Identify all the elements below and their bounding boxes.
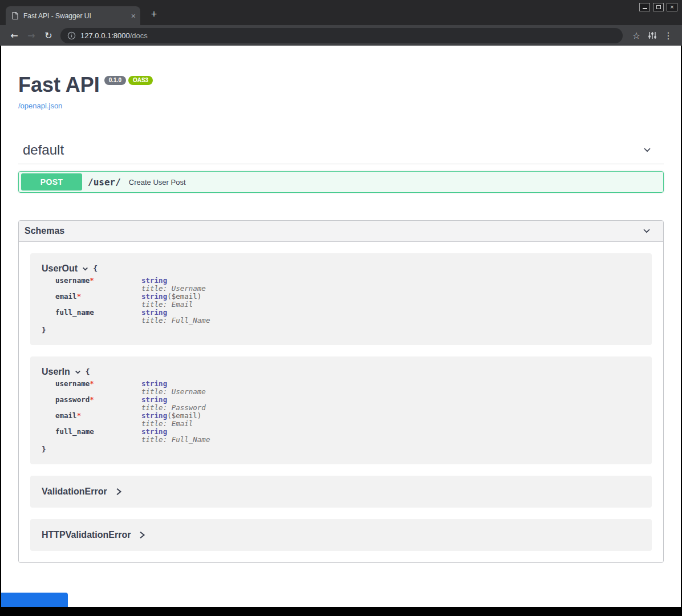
- model-userout-header[interactable]: UserOut {: [42, 264, 640, 274]
- tab-title: Fast API - Swagger UI: [23, 12, 128, 20]
- minimize-button[interactable]: [639, 3, 650, 11]
- property-row: full_name string title: Full_Name: [55, 428, 640, 444]
- method-badge: POST: [21, 173, 82, 191]
- property-type: string: [141, 411, 167, 420]
- model-httpvalidationerror[interactable]: HTTPValidationError: [30, 519, 652, 551]
- property-name: username: [55, 276, 90, 285]
- model-userin-header[interactable]: UserIn {: [42, 367, 640, 377]
- operation-path: /user/: [88, 177, 121, 188]
- titlebar: Fast API - Swagger UI × + ×: [0, 0, 682, 25]
- browser-window: Fast API - Swagger UI × + × ← → ↻ 127.0.…: [0, 0, 682, 607]
- url-host: 127.0.0.1:8000: [80, 31, 130, 40]
- close-icon: ×: [670, 4, 673, 10]
- post-user-operation[interactable]: POST /user/ Create User Post: [18, 171, 664, 193]
- swagger-page: Fast API 0.1.0 OAS3 /openapi.json defaul…: [1, 46, 681, 607]
- property-type: string: [141, 292, 167, 301]
- address-bar[interactable]: 127.0.0.1:8000/docs: [60, 28, 623, 43]
- property-name: full_name: [55, 427, 94, 436]
- property-title: title: Username: [141, 285, 206, 293]
- sliders-icon[interactable]: [644, 31, 660, 40]
- brace-close: }: [42, 326, 46, 334]
- version-badges: 0.1.0 OAS3: [104, 76, 153, 85]
- property-name: email: [55, 411, 77, 420]
- browser-tab[interactable]: Fast API - Swagger UI ×: [6, 6, 140, 25]
- property-row: full_name string title: Full_Name: [55, 309, 640, 325]
- site-info-icon[interactable]: [67, 31, 76, 40]
- chevron-right-icon[interactable]: [139, 531, 145, 539]
- close-button[interactable]: ×: [667, 3, 677, 11]
- required-star: *: [77, 292, 82, 301]
- model-validationerror[interactable]: ValidationError: [30, 476, 652, 508]
- brace-open: {: [93, 265, 98, 273]
- required-star: *: [90, 395, 94, 404]
- property-title: title: Email: [141, 420, 201, 428]
- schemas-section: Schemas UserOut {: [18, 220, 664, 563]
- chevron-right-icon[interactable]: [115, 488, 122, 496]
- property-type: string: [141, 308, 167, 317]
- status-bubble: [1, 593, 68, 607]
- model-name: HTTPValidationError: [42, 530, 131, 540]
- model-name: UserIn: [42, 367, 70, 377]
- property-title: title: Full_Name: [141, 317, 210, 325]
- operation-summary: Create User Post: [129, 178, 186, 187]
- property-format: ($email): [167, 411, 201, 420]
- property-type: string: [141, 276, 167, 285]
- chevron-down-icon[interactable]: [640, 225, 653, 237]
- bookmark-star-icon[interactable]: ☆: [628, 30, 644, 41]
- property-type: string: [141, 427, 167, 436]
- model-name: UserOut: [42, 264, 78, 274]
- maximize-icon: [656, 5, 661, 9]
- property-title: title: Email: [141, 301, 201, 309]
- required-star: *: [90, 379, 94, 388]
- maximize-button[interactable]: [653, 3, 664, 11]
- model-userin: UserIn { username* string tit: [30, 356, 652, 464]
- property-row: email* string($email) title: Email: [55, 293, 640, 309]
- new-tab-button[interactable]: +: [148, 9, 160, 19]
- window-controls: ×: [639, 3, 677, 11]
- schemas-body: UserOut { username* string ti: [19, 242, 663, 562]
- property-type: string: [141, 379, 167, 388]
- tag-section-default[interactable]: default: [18, 142, 664, 164]
- property-list: username* string title: Username passwor…: [55, 380, 640, 444]
- minimize-icon: [643, 8, 647, 9]
- property-row: password* string title: Password: [55, 396, 640, 412]
- property-name: password: [55, 395, 90, 404]
- property-name: full_name: [55, 308, 94, 317]
- property-type: string: [141, 395, 167, 404]
- chevron-down-icon[interactable]: [641, 144, 653, 156]
- schemas-header[interactable]: Schemas: [19, 221, 663, 242]
- schemas-title: Schemas: [25, 226, 64, 236]
- openapi-spec-link[interactable]: /openapi.json: [18, 102, 62, 110]
- back-button[interactable]: ←: [6, 30, 23, 41]
- property-row: username* string title: Username: [55, 380, 640, 396]
- page-title: Fast API: [18, 73, 100, 97]
- property-name: username: [55, 379, 90, 388]
- property-row: email* string($email) title: Email: [55, 412, 640, 428]
- property-row: username* string title: Username: [55, 277, 640, 293]
- property-format: ($email): [167, 292, 201, 301]
- oas-badge: OAS3: [128, 76, 153, 85]
- navigation-bar: ← → ↻ 127.0.0.1:8000/docs ☆ ⋮: [0, 25, 682, 46]
- url-path: /docs: [130, 31, 148, 40]
- menu-icon[interactable]: ⋮: [660, 30, 676, 41]
- required-star: *: [77, 411, 82, 420]
- property-title: title: Password: [141, 404, 206, 412]
- api-info: Fast API 0.1.0 OAS3: [18, 73, 664, 97]
- model-userout: UserOut { username* string ti: [30, 253, 652, 345]
- reload-button[interactable]: ↻: [40, 30, 57, 41]
- page-favicon-icon: [11, 11, 19, 20]
- chevron-down-icon[interactable]: [82, 265, 89, 273]
- property-list: username* string title: Username email* …: [55, 277, 640, 325]
- forward-button[interactable]: →: [23, 30, 40, 41]
- chevron-down-icon[interactable]: [74, 368, 82, 376]
- property-title: title: Username: [141, 388, 206, 396]
- tab-close-icon[interactable]: ×: [131, 12, 136, 20]
- required-star: *: [90, 276, 94, 285]
- brace-close: }: [42, 445, 46, 453]
- tag-title: default: [23, 142, 64, 158]
- brace-open: {: [86, 368, 90, 376]
- version-badge: 0.1.0: [104, 76, 126, 85]
- property-name: email: [55, 292, 77, 301]
- model-name: ValidationError: [42, 487, 107, 497]
- property-title: title: Full_Name: [141, 436, 210, 444]
